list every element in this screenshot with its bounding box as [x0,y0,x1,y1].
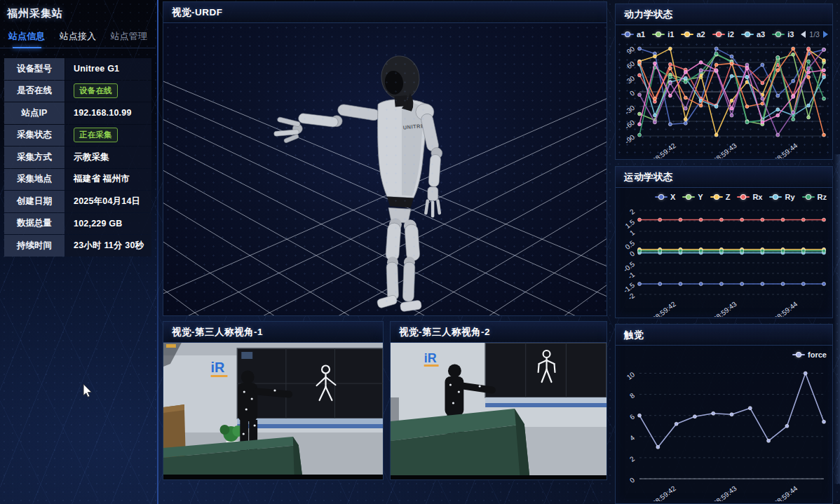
legend-item-a3[interactable]: a3 [741,30,765,39]
legend-marker-icon [737,196,750,198]
svg-text:1: 1 [628,229,637,237]
legend-label: i2 [728,30,734,39]
legend-item-force[interactable]: force [792,350,827,359]
legend-item-i3[interactable]: i3 [772,30,794,39]
svg-text:0: 0 [628,89,637,97]
urdf-3d-viewport[interactable]: UNITREE [163,23,607,315]
legend-marker-icon [621,34,634,35]
info-row-1: 是否在线设备在线 [4,81,151,102]
svg-text:2: 2 [628,207,637,216]
info-row-2: 站点IP192.168.10.99 [4,102,151,124]
svg-text:0.5: 0.5 [624,239,637,251]
dynamics-chart: 9060300-30-60-9008:59:4208:59:4308:59:44 [618,42,829,158]
kinematics-panel-header: 运动学状态 [616,167,832,188]
legend-item-Rz[interactable]: Rz [802,193,827,201]
kinematics-legend: XYZRxRyRz [616,188,832,203]
svg-text:-30: -30 [623,104,637,116]
info-row-5: 采集地点福建省 福州市 [4,169,151,191]
tactile-chart: 024681008:59:4208:59:4308:59:44 [618,362,829,501]
camera2-panel-title: 视觉-第三人称视角-2 [399,326,490,339]
tab-1[interactable]: 站点接入 [54,27,102,48]
right-edge-glow [834,154,840,484]
info-label: 创建日期 [4,191,65,212]
legend-item-i2[interactable]: i2 [712,30,734,39]
legend-pager: 1/3 [801,30,828,39]
display-wall [485,343,607,407]
info-row-7: 数据总量102,229 GB [4,213,151,235]
status-badge: 正在采集 [74,128,118,142]
legend-marker-icon [741,34,754,35]
camera2-video-feed[interactable]: iR [391,343,607,479]
legend-item-Y[interactable]: Y [682,193,703,201]
legend-next-icon[interactable] [823,31,828,38]
legend-marker-icon [712,34,725,35]
svg-text:4: 4 [628,433,637,442]
tactile-panel-title: 触觉 [624,329,644,341]
legend-marker-icon [802,196,815,198]
kinematics-panel-title: 运动学状态 [624,171,673,184]
corner-decor-yellow [166,344,176,348]
legend-item-Ry[interactable]: Ry [769,193,794,201]
legend-item-Z[interactable]: Z [710,193,731,201]
legend-prev-icon[interactable] [801,31,806,38]
tab-0[interactable]: 站点信息 [3,27,51,48]
camera1-panel: 视觉-第三人称视角-1 iR [163,321,384,480]
svg-text:1.5: 1.5 [624,218,637,230]
kinematics-chart: 21.510.50-0.5-1-1.5-208:59:4208:59:4308:… [618,205,829,317]
info-value: Unitree G1 [65,58,151,80]
svg-text:08:59:43: 08:59:43 [712,484,738,501]
tab-2[interactable]: 站点管理 [104,27,153,48]
wall-logo: iR [211,360,225,375]
svg-text:8: 8 [628,391,637,400]
info-value: 正在采集 [65,125,151,147]
svg-text:-60: -60 [623,118,637,131]
info-label: 站点IP [4,102,65,124]
tactile-panel-header: 触觉 [616,325,832,346]
legend-item-a1[interactable]: a1 [621,30,645,39]
legend-page-indicator: 1/3 [809,30,820,39]
legend-marker-icon [682,196,695,198]
info-row-8: 持续时间23小时 11分 30秒 [4,235,151,257]
legend-item-X[interactable]: X [655,193,675,201]
camera1-panel-header: 视觉-第三人称视角-1 [163,322,383,343]
legend-label: a3 [757,30,765,39]
urdf-scene: UNITREE [163,23,607,315]
sidebar-divider-line [157,0,158,504]
legend-label: Rz [818,193,827,201]
info-value: 102,229 GB [65,213,151,235]
info-label: 采集地点 [4,169,65,191]
legend-marker-icon [769,196,782,198]
legend-item-i1[interactable]: i1 [652,30,674,39]
legend-item-Rx[interactable]: Rx [737,193,762,201]
station-sidebar: 福州采集站 站点信息站点接入站点管理 设备型号Unitree G1是否在线设备在… [0,0,156,504]
urdf-panel: 视觉-URDF UNITREE [163,1,607,316]
info-value: 23小时 11分 30秒 [65,235,151,257]
svg-text:08:59:44: 08:59:44 [773,300,799,317]
legend-label: i3 [787,30,794,39]
legend-label: force [808,350,827,359]
camera1-video-feed[interactable]: iR [163,343,383,479]
info-row-3: 采集状态正在采集 [4,125,151,147]
info-row-6: 创建日期2025年04月14日 [4,191,151,212]
legend-marker-icon [655,196,668,198]
svg-text:08:59:42: 08:59:42 [651,142,677,158]
legend-item-a2[interactable]: a2 [681,30,705,39]
info-value: 192.168.10.99 [65,102,151,124]
info-value: 设备在线 [65,81,151,102]
info-label: 是否在线 [4,81,65,102]
station-title: 福州采集站 [0,0,156,25]
dynamics-panel-title: 动力学状态 [624,8,673,21]
legend-marker-icon [652,34,665,35]
wall-logo: iR [424,351,437,365]
info-label: 采集方式 [4,147,65,168]
svg-text:08:59:43: 08:59:43 [712,142,738,158]
info-label: 设备型号 [4,58,65,80]
urdf-panel-title: 视觉-URDF [172,6,223,19]
legend-label: X [670,193,675,201]
legend-label: i1 [668,30,674,39]
tactile-legend: force [616,346,832,361]
svg-text:-90: -90 [623,133,637,146]
dynamics-panel-header: 动力学状态 [616,4,832,25]
kinematics-panel: 运动学状态 XYZRxRyRz 21.510.50-0.5-1-1.5-208:… [615,166,833,318]
table [391,409,530,479]
